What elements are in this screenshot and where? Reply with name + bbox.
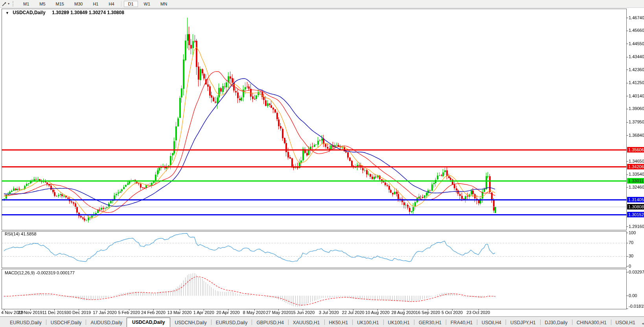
date-axis-label: 13 Mar 2020: [167, 310, 192, 315]
price-level-badge: 1.30152: [627, 212, 644, 217]
chart-tab-5[interactable]: EURUSD,Daily: [212, 318, 252, 327]
price-level-badge: 1.35606: [627, 147, 644, 152]
price-axis-tick-label: 1.40140: [629, 94, 644, 98]
rsi-axis-tick-label: 0: [629, 264, 631, 268]
date-axis-label: 22 Jul 2020: [342, 310, 364, 315]
chart-tab-2[interactable]: AUDUSD,Daily: [86, 318, 127, 327]
current-price-badge: 1.30808: [627, 204, 644, 209]
price-axis-tick-label: 1.29160: [629, 224, 644, 229]
date-axis-label: 16 Sep 2020: [416, 310, 440, 315]
date-axis-label: 8 May 2020: [243, 310, 265, 315]
date-axis-label: 3 Jul 2020: [319, 310, 339, 315]
toolbar-separator: [121, 1, 121, 7]
macd-axis-tick-label: 0.00: [629, 293, 637, 298]
timeframe-button-w1[interactable]: W1: [140, 1, 155, 7]
chart-tab-16[interactable]: CHINA300,H1: [572, 318, 611, 327]
chart-tab-14[interactable]: USDJPY,H1: [506, 318, 540, 327]
date-axis-label: 5 Oct 2020: [442, 310, 463, 315]
date-axis-label: 1 Apr 2020: [193, 310, 214, 315]
chart-tab-6[interactable]: GBPUSD,H4: [252, 318, 288, 327]
date-axis-label: 15 Jun 2020: [291, 310, 315, 315]
rsi-axis-tick-label: 70: [629, 240, 633, 245]
date-axis-label: 23 Oct 2020: [467, 310, 490, 315]
timeframe-button-d1[interactable]: D1: [124, 1, 138, 7]
chart-canvas[interactable]: [0, 0, 644, 327]
price-axis-tick-label: 1.33540: [629, 172, 644, 176]
timeframe-button-m5[interactable]: M5: [35, 1, 50, 7]
chart-tab-4[interactable]: USDCNH,Daily: [170, 318, 211, 327]
price-axis-tick-label: 1.45660: [629, 28, 644, 33]
chart-tab-8[interactable]: HK50,H1: [325, 318, 353, 327]
timeframe-button-m15[interactable]: M15: [52, 1, 68, 7]
macd-indicator-label: MACD(12,26,9) -0.002319 0.000177: [5, 270, 75, 275]
price-level-badge: 1.33011: [627, 178, 644, 184]
chart-symbol-label: USDCAD,Daily: [13, 10, 45, 15]
date-axis-label: 17 Jan 2020: [93, 310, 117, 315]
date-axis-label: 28 Aug 2020: [392, 310, 416, 315]
price-level-badge: 1.31405: [627, 197, 644, 202]
tab-scroll-left-icon[interactable]: ◂: [642, 321, 644, 325]
chart-tab-10[interactable]: UK100,H1: [384, 318, 414, 327]
symbol-collapse-icon[interactable]: ▼: [6, 11, 9, 15]
rsi-axis-tick-label: 100: [629, 230, 636, 235]
price-axis-tick-label: 1.43440: [629, 54, 644, 59]
chart-tab-9[interactable]: UK100,H1: [353, 318, 383, 327]
date-axis-label: 5 Feb 2020: [118, 310, 140, 315]
chart-tab-bar: EURUSD,DailyUSDCHF,DailyAUDUSD,DailyUSDC…: [0, 316, 644, 327]
chart-tab-15[interactable]: DJ30,Daily: [541, 318, 572, 327]
timeframe-buttons: M1M5M15M30H1H4D1W1MN: [18, 1, 172, 7]
chevron-down-icon: ▾: [8, 2, 9, 6]
price-axis-tick-label: 1.46740: [629, 15, 644, 20]
chart-tab-12[interactable]: FRA40,H1: [446, 318, 477, 327]
date-axis-label: 24 Feb 2020: [141, 310, 166, 315]
date-axis-label: 11 Dec 2019: [42, 310, 66, 315]
chart-tab-7[interactable]: XAUUSD,H1: [289, 318, 324, 327]
drawing-tool-button[interactable]: ▾: [0, 1, 9, 7]
price-axis-tick-label: 1.37950: [629, 119, 644, 124]
price-axis-tick-label: 1.41250: [629, 80, 644, 85]
price-axis-tick-label: 1.34650: [629, 159, 644, 164]
timeframe-button-m30[interactable]: M30: [70, 1, 87, 7]
toolbar-grip-handle[interactable]: [13, 1, 15, 6]
timeframe-button-h1[interactable]: H1: [88, 1, 103, 7]
chart-tabs: EURUSD,DailyUSDCHF,DailyAUDUSD,DailyUSDC…: [6, 318, 640, 327]
rsi-indicator-label: RSI(14) 41.5858: [5, 231, 37, 236]
date-axis-label: 10 Aug 2020: [365, 310, 390, 315]
timeframe-button-mn[interactable]: MN: [156, 1, 171, 7]
chart-title: ▼ USDCAD,Daily 1.30289 1.30849 1.30274 1…: [6, 10, 124, 15]
terminal-window: ▾ M1M5M15M30H1H4D1W1MN ▼ USDCAD,Daily 1.…: [0, 0, 644, 327]
date-axis-label: 22 Nov 2019: [18, 310, 42, 315]
tab-scroll-controls: ◂ ▸: [640, 321, 644, 327]
chart-tab-11[interactable]: GER30,H1: [414, 318, 446, 327]
timeframe-toolbar: ▾ M1M5M15M30H1H4D1W1MN: [0, 0, 644, 8]
timeframe-button-h4[interactable]: H4: [104, 1, 118, 7]
price-axis-tick-label: 1.36840: [629, 133, 644, 138]
chart-tab-0[interactable]: EURUSD,Daily: [6, 318, 46, 327]
macd-axis-tick-label: 0.032972: [629, 270, 644, 274]
rsi-axis-tick-label: 30: [629, 254, 633, 258]
chart-tab-3[interactable]: USDCAD,Daily: [127, 318, 170, 327]
chart-tab-1[interactable]: USDCHF,Daily: [46, 318, 86, 327]
price-axis-tick-label: 1.42360: [629, 67, 644, 72]
date-axis-label: 20 Apr 2020: [216, 310, 239, 315]
chart-ohlc-values: 1.30289 1.30849 1.30274 1.30808: [52, 10, 124, 15]
macd-axis-tick-label: -0.018154: [629, 304, 644, 309]
price-level-badge: 1.34206: [627, 164, 644, 169]
trendline-tool-icon: [2, 1, 7, 7]
chart-tab-17[interactable]: USOil,H1: [611, 318, 640, 327]
chart-tab-13[interactable]: USOil,H4: [477, 318, 506, 327]
date-axis-label: 27 May 2020: [266, 310, 291, 315]
date-axis-label: 30 Dec 2019: [66, 310, 91, 315]
price-axis-tick-label: 1.39060: [629, 106, 644, 111]
price-axis-tick-label: 1.32460: [629, 185, 644, 189]
price-axis-tick-label: 1.44550: [629, 41, 644, 46]
timeframe-button-m1[interactable]: M1: [19, 1, 33, 7]
